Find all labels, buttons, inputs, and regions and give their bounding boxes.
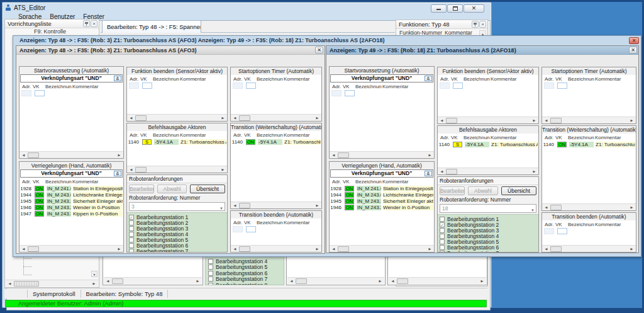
scroll-right-icon[interactable]: ▶: [219, 115, 226, 121]
und-button[interactable]: &: [425, 171, 432, 176]
scrollbar-thumb[interactable]: [397, 278, 408, 284]
scroll-down-icon[interactable]: ▼: [91, 271, 97, 277]
vk-cell[interactable]: [246, 226, 256, 232]
checkbox-icon[interactable]: [129, 226, 134, 231]
checkbox-icon[interactable]: [129, 237, 134, 242]
vk-cell[interactable]: [142, 83, 152, 89]
h-scrollbar[interactable]: ◀▶: [438, 117, 538, 123]
scrollbar-thumb[interactable]: [28, 152, 39, 158]
checkbox-icon[interactable]: [208, 259, 213, 264]
scrollbar-thumb[interactable]: [550, 246, 562, 252]
vk-cell[interactable]: ON: [35, 186, 44, 191]
bearbeiten-button[interactable]: Bearbeiten: [129, 185, 154, 193]
robo-number-combobox[interactable]: 3 ▼: [129, 202, 225, 211]
table-row[interactable]: 1944 ON IN_M 243.0 Lichtschranke Einlege…: [19, 191, 123, 198]
scroll-left-icon[interactable]: ◀: [20, 152, 27, 158]
table-row[interactable]: 1140 ON -5Y4.1A Z1: Turboanschluss AS: [542, 141, 636, 147]
checkbox-icon[interactable]: [129, 243, 134, 248]
h-scrollbar[interactable]: ◀▶: [287, 277, 384, 284]
close-button[interactable]: ✕: [464, 4, 484, 13]
empty-row[interactable]: [231, 226, 321, 232]
scroll-right-icon[interactable]: ▶: [628, 118, 635, 123]
pin-icon[interactable]: [472, 21, 479, 28]
scroll-right-icon[interactable]: ▶: [314, 246, 321, 252]
vk-cell[interactable]: ON: [345, 192, 354, 198]
table-row[interactable]: 1928 ON IN_M 241.0 Station in Einlegepos…: [19, 185, 123, 191]
empty-row[interactable]: [19, 90, 123, 96]
table-row[interactable]: 1944 ON IN_M 243.0 Lichtschranke Einlege…: [330, 191, 434, 198]
vk-cell[interactable]: [345, 90, 355, 96]
scroll-right-icon[interactable]: ▶: [628, 205, 635, 210]
und-button[interactable]: &: [114, 76, 121, 81]
scroll-left-icon[interactable]: ◀: [231, 115, 238, 121]
scroll-left-icon[interactable]: ◀: [128, 167, 135, 173]
checkbox-icon[interactable]: ✓: [129, 215, 134, 220]
vk-cell[interactable]: [246, 83, 256, 89]
scroll-left-icon[interactable]: ◀: [389, 278, 396, 284]
group-titlebar[interactable]: Anzeigen: Typ 48 -> : F35: (Rob: 3) Z1: …: [13, 36, 641, 45]
scrollbar-thumb[interactable]: [446, 169, 457, 174]
vk-cell[interactable]: ON: [557, 142, 567, 147]
vk-cell[interactable]: ON: [35, 211, 44, 217]
und-button[interactable]: &: [114, 171, 121, 176]
scroll-right-icon[interactable]: ▶: [531, 118, 538, 123]
scroll-right-icon[interactable]: ▶: [628, 246, 635, 252]
h-scrollbar[interactable]: ◀▶: [6, 280, 98, 287]
scrollbar-thumb[interactable]: [135, 167, 147, 173]
station-checkbox-row[interactable]: Bearbeitungsstation 7: [440, 250, 538, 252]
uebersicht-button[interactable]: Übersicht: [501, 186, 536, 195]
h-scrollbar[interactable]: ◀▶: [330, 245, 434, 252]
und-button[interactable]: &: [425, 76, 432, 81]
checkbox-icon[interactable]: [208, 283, 213, 285]
scroll-right-icon[interactable]: ▶: [219, 167, 226, 173]
close-icon[interactable]: ×: [479, 21, 486, 28]
minimize-button[interactable]: [431, 4, 447, 13]
h-scrollbar[interactable]: ◀▶: [231, 202, 321, 208]
h-scrollbar[interactable]: ◀▶: [438, 168, 538, 174]
scroll-left-icon[interactable]: ◀: [104, 278, 111, 284]
vk-cell[interactable]: ON: [345, 186, 354, 191]
checkbox-icon[interactable]: [440, 228, 445, 233]
vk-cell[interactable]: [453, 83, 463, 89]
table-row[interactable]: 1946 ON IN_M 243.2 Wender in 0-Position: [19, 204, 123, 210]
scroll-right-icon[interactable]: ▶: [91, 281, 97, 287]
h-scrollbar[interactable]: ◀▶: [542, 117, 636, 123]
vk-cell[interactable]: [35, 90, 45, 96]
empty-row[interactable]: [231, 83, 321, 89]
checkbox-icon[interactable]: [440, 239, 445, 244]
empty-row[interactable]: [542, 83, 636, 89]
vk-cell[interactable]: ON: [35, 205, 44, 210]
scroll-right-icon[interactable]: ▶: [314, 115, 321, 121]
table-row[interactable]: 1945 ON IN_M 243.1 Sicherheit Einleger a…: [330, 198, 434, 204]
scroll-right-icon[interactable]: ▶: [426, 152, 433, 158]
pin-icon[interactable]: [83, 20, 90, 27]
scroll-left-icon[interactable]: ◀: [6, 281, 13, 287]
checkbox-icon[interactable]: [129, 232, 134, 237]
h-scrollbar[interactable]: ◀▶: [231, 114, 321, 121]
vk-cell[interactable]: ON: [246, 139, 255, 145]
scrollbar-thumb[interactable]: [239, 246, 250, 252]
tree-item[interactable]: [5, 271, 97, 279]
scroll-left-icon[interactable]: ◀: [330, 246, 337, 252]
station-checkbox-row[interactable]: Bearbeitungsstation 7: [208, 276, 284, 283]
scrollbar-thumb[interactable]: [239, 115, 250, 121]
tree-item[interactable]: [5, 263, 97, 271]
empty-row[interactable]: [127, 83, 227, 89]
scroll-right-icon[interactable]: ▶: [116, 152, 123, 158]
app-titlebar[interactable]: ATS_Editor ✕: [4, 3, 489, 13]
scroll-left-icon[interactable]: ◀: [288, 278, 295, 284]
scrollbar-thumb[interactable]: [338, 152, 349, 158]
checkbox-icon[interactable]: [208, 271, 213, 276]
empty-row[interactable]: [438, 83, 538, 89]
checkbox-icon[interactable]: [129, 249, 134, 253]
checkbox-icon[interactable]: [129, 220, 134, 225]
scroll-right-icon[interactable]: ▶: [377, 278, 384, 284]
table-row[interactable]: 1140 S -5Y4.1A Z1: Turboanschluss AS: [127, 139, 227, 145]
scrollbar-thumb[interactable]: [135, 115, 147, 121]
checkbox-icon[interactable]: [440, 234, 445, 239]
scrollbar-thumb[interactable]: [296, 278, 307, 284]
scrollbar-thumb[interactable]: [446, 118, 457, 123]
vk-cell[interactable]: [557, 83, 567, 89]
h-scrollbar[interactable]: ◀▶: [127, 114, 227, 121]
scroll-left-icon[interactable]: ◀: [543, 246, 550, 252]
